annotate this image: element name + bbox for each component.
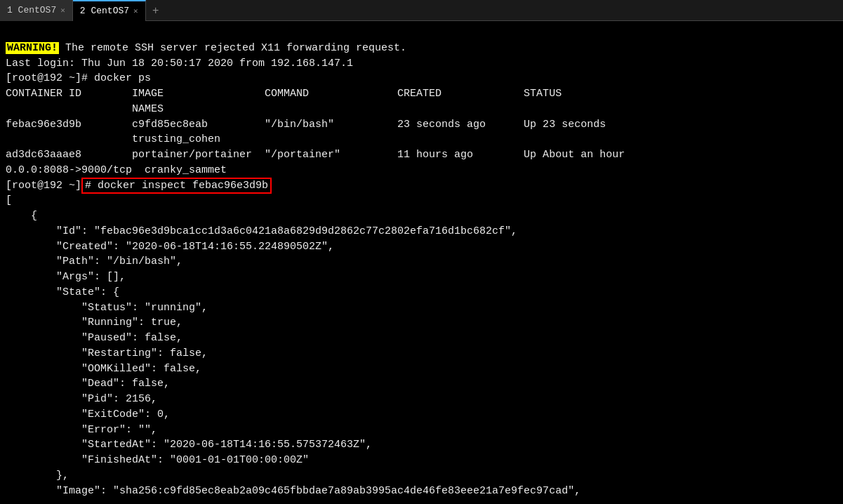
line-created: "Created": "2020-06-18T14:16:55.22489050… (6, 241, 334, 253)
line-running: "Running": true, (6, 317, 182, 329)
line-container2-port: 0.0.0:8088->9000/tcp cranky_sammet (6, 164, 227, 176)
tab-1-close[interactable]: ✕ (60, 6, 65, 15)
tab-2-close[interactable]: ✕ (133, 6, 138, 15)
line-state-close: }, (6, 470, 69, 482)
line-state: "State": { (6, 286, 119, 298)
line-inspect-cmd: [root@192 ~]# docker inspect febac96e3d9… (6, 178, 272, 194)
warning-text: WARNING! (6, 42, 59, 54)
line-brace-open: { (6, 210, 37, 222)
line-finishedat: "FinishedAt": "0001-01-01T00:00:00Z" (6, 454, 309, 466)
line-error: "Error": "", (6, 424, 157, 436)
tab-1-label: 1 CentOS7 (7, 5, 56, 15)
line-dockerps-cmd: [root@192 ~]# docker ps (6, 72, 151, 84)
warning-badge: WARNING! The remote SSH server rejected … (6, 42, 406, 54)
terminal-content: WARNING! The remote SSH server rejected … (0, 21, 843, 504)
line-startedat: "StartedAt": "2020-06-18T14:16:55.575372… (6, 439, 372, 451)
line-paused: "Paused": false, (6, 332, 182, 344)
line-header: CONTAINER ID IMAGE COMMAND CREATED STATU… (6, 88, 562, 100)
line-names-header: NAMES (6, 103, 164, 115)
tab-centos7-2[interactable]: 2 CentOS7 ✕ (73, 0, 146, 21)
inspect-command-highlight: # docker inspect febac96e3d9b (81, 178, 272, 194)
tab-centos7-1[interactable]: 1 CentOS7 ✕ (0, 0, 73, 21)
line-status: "Status": "running", (6, 302, 208, 314)
line-restarting: "Restarting": false, (6, 347, 208, 359)
line-exitcode: "ExitCode": 0, (6, 409, 170, 420)
line-id: "Id": "febac96e3d9bca1cc1d3a6c0421a8a682… (6, 225, 517, 237)
tab-2-label: 2 CentOS7 (80, 6, 129, 16)
line-image: "Image": "sha256:c9fd85ec8eab2a09c465fbb… (6, 485, 580, 497)
line-oomkilled: "OOMKilled": false, (6, 363, 201, 375)
line-lastlogin: Last login: Thu Jun 18 20:50:17 2020 fro… (6, 58, 353, 69)
line-pid: "Pid": 2156, (6, 393, 157, 405)
line-bracket-open: [ (6, 194, 12, 206)
tab-bar: 1 CentOS7 ✕ 2 CentOS7 ✕ + (0, 0, 843, 21)
line-args: "Args": [], (6, 271, 126, 283)
add-tab-button[interactable]: + (146, 0, 166, 21)
line-container1-name: trusting_cohen (6, 133, 220, 145)
line-container1: febac96e3d9b c9fd85ec8eab "/bin/bash" 23… (6, 119, 606, 131)
line-container2: ad3dc63aaae8 portainer/portainer "/porta… (6, 149, 625, 161)
line-path: "Path": "/bin/bash", (6, 256, 182, 267)
line-dead: "Dead": false, (6, 378, 170, 390)
